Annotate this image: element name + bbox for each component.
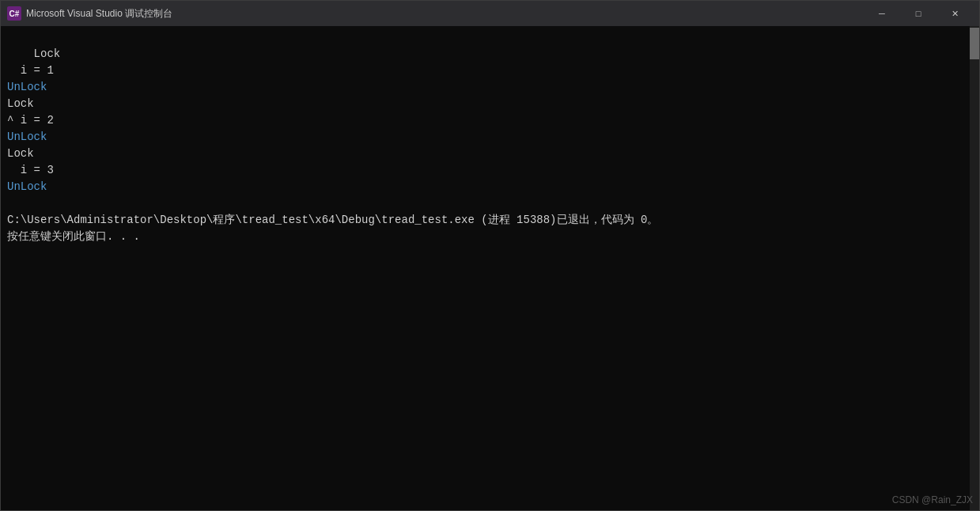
console-line: ^ i = 2 — [7, 114, 54, 127]
minimize-button[interactable]: ─ — [864, 1, 900, 26]
vertical-scrollbar[interactable] — [970, 26, 979, 510]
title-bar: C# Microsoft Visual Studio 调试控制台 ─ □ ✕ — [1, 1, 979, 26]
console-output[interactable]: Lock i = 1 UnLock Lock ^ i = 2 UnLock Lo… — [1, 26, 970, 510]
vs-window: C# Microsoft Visual Studio 调试控制台 ─ □ ✕ L… — [0, 0, 980, 511]
console-line: UnLock — [7, 180, 47, 193]
vs-logo: C# — [7, 6, 21, 21]
console-line: 按任意键关闭此窗口. . . — [7, 230, 140, 243]
console-line: C:\Users\Administrator\Desktop\程序\tread_… — [7, 214, 658, 226]
console-line: Lock — [34, 47, 61, 60]
console-line: Lock — [7, 147, 34, 160]
console-line: i = 1 — [7, 64, 54, 77]
maximize-button[interactable]: □ — [900, 1, 936, 26]
console-line: i = 3 — [7, 164, 54, 176]
console-area: Lock i = 1 UnLock Lock ^ i = 2 UnLock Lo… — [1, 26, 979, 510]
console-line: UnLock — [7, 131, 47, 143]
app-icon: C# — [7, 6, 21, 21]
close-button[interactable]: ✕ — [936, 1, 973, 26]
scrollbar-thumb[interactable] — [970, 28, 979, 59]
console-line: Lock — [7, 97, 34, 110]
watermark: CSDN @Rain_ZJX — [892, 494, 973, 505]
window-controls: ─ □ ✕ — [864, 1, 973, 26]
console-line: UnLock — [7, 81, 47, 93]
window-title: Microsoft Visual Studio 调试控制台 — [26, 7, 864, 21]
